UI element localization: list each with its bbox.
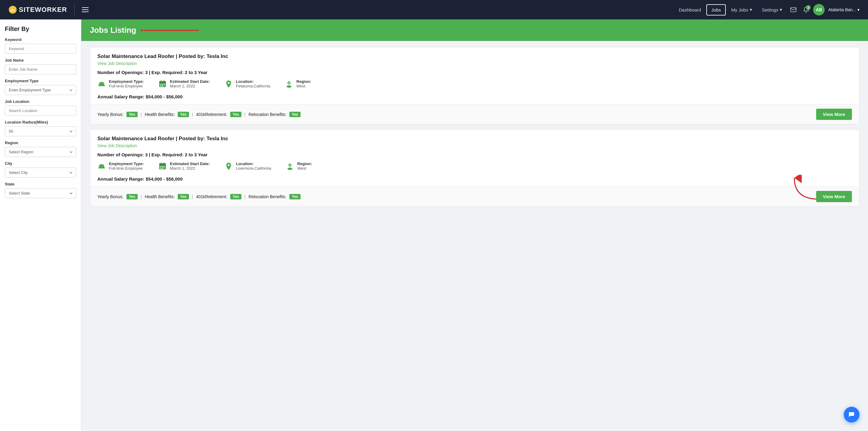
region-value-2: West [297, 166, 312, 171]
page-title: Jobs Listing [90, 26, 136, 35]
start-date-label-2: Estimated Start Date: [170, 162, 210, 166]
state-label: State [5, 182, 76, 186]
employment-type-label: Employment Type: [109, 79, 144, 84]
start-date-label: Estimated Start Date: [170, 79, 210, 84]
relocation-label-2: Relocation Benefits: [248, 194, 286, 199]
svg-rect-13 [162, 86, 163, 86]
job-title: Solar Maintenance Lead Roofer | Posted b… [97, 53, 852, 59]
view-job-description-link-2[interactable]: View Job Description [97, 143, 137, 148]
retirement-badge-2: Yes [230, 194, 241, 199]
location-pin-icon-2 [224, 162, 233, 172]
jobs-list: Solar Maintenance Lead Roofer | Posted b… [81, 41, 868, 213]
main-content: Jobs Listing Solar Maintenance Lead Roof… [81, 20, 868, 431]
nav-links: Dashboard Jobs My Jobs ▾ Settings ▾ 3 AB… [675, 4, 860, 16]
job-details-grid-2: Employment Type: Full-time Employee [97, 162, 852, 172]
job-location-input[interactable] [5, 106, 76, 116]
mail-icon-btn[interactable] [787, 4, 799, 16]
location-radius-select[interactable]: 50 [5, 126, 76, 136]
job-card: Solar Maintenance Lead Roofer | Posted b… [90, 47, 860, 124]
city-select[interactable]: Select City [5, 168, 76, 177]
employment-type-detail: Employment Type: Full-time Employee [97, 79, 144, 89]
mail-icon [790, 7, 797, 12]
retirement-label: 401kRetirement: [196, 112, 227, 117]
user-name-display[interactable]: Atalanta Ban... ▾ [828, 7, 860, 12]
region-label: Region [5, 141, 76, 145]
health-benefits-badge-2: Yes [178, 194, 189, 199]
svg-rect-8 [163, 80, 164, 82]
svg-rect-22 [163, 163, 164, 164]
chat-fab-button[interactable] [844, 407, 860, 423]
employment-type-detail-2: Employment Type: Full-time Employee [97, 162, 144, 171]
keyword-label: Keyword [5, 37, 76, 42]
job-details-grid: Employment Type: Full-time Employee [97, 79, 852, 90]
svg-point-31 [289, 165, 290, 166]
svg-rect-25 [164, 166, 165, 167]
nav-settings[interactable]: Settings ▾ [757, 5, 786, 15]
region-icon-2 [286, 162, 294, 171]
nav-jobs[interactable]: Jobs [706, 4, 726, 16]
retirement-label-2: 401kRetirement: [196, 194, 227, 199]
svg-rect-1 [790, 7, 796, 12]
svg-rect-4 [98, 85, 105, 86]
brand-name: SITEWORKER [19, 6, 67, 13]
region-select[interactable]: Select Region [5, 147, 76, 157]
svg-point-17 [288, 82, 290, 84]
location-radius-label: Location Radius(Miles) [5, 120, 76, 124]
yearly-bonus-label: Yearly Bonus: [97, 112, 123, 117]
svg-rect-24 [162, 166, 163, 167]
start-date-detail-2: Estimated Start Date: March 1, 2022 [158, 162, 210, 171]
job-location-label: Job Location [5, 99, 76, 104]
svg-rect-20 [159, 163, 166, 165]
svg-rect-21 [161, 163, 162, 164]
benefits-row: Yearly Bonus: Yes | Health Benefits: Yes… [97, 112, 301, 117]
svg-rect-26 [160, 168, 161, 169]
relocation-badge: Yes [289, 112, 301, 117]
location-pin-icon [224, 80, 233, 90]
svg-rect-11 [164, 84, 165, 85]
job-card-bottom-2: Yearly Bonus: Yes | Health Benefits: Yes… [90, 186, 859, 206]
region-detail: Region: West [285, 79, 311, 89]
employment-type-label-2: Employment Type: [109, 162, 144, 166]
svg-rect-7 [161, 80, 162, 82]
view-more-button[interactable]: View More [816, 109, 852, 120]
keyword-input[interactable] [5, 44, 76, 54]
relocation-badge-2: Yes [289, 194, 301, 199]
yearly-bonus-badge: Yes [126, 112, 138, 117]
start-date-value: March 1, 2022 [170, 84, 210, 88]
view-more-button-2[interactable]: View More [816, 191, 852, 202]
svg-rect-23 [160, 166, 161, 167]
city-label: City [5, 161, 76, 166]
svg-rect-10 [162, 84, 163, 85]
salary-range: Annual Salary Range: $54,000 - $56,000 [97, 94, 852, 99]
navbar: SITEWORKER Dashboard Jobs My Jobs ▾ Sett… [0, 0, 868, 20]
job-title-2: Solar Maintenance Lead Roofer | Posted b… [97, 136, 852, 142]
hamburger-menu[interactable] [82, 7, 89, 12]
svg-rect-6 [159, 81, 166, 83]
region-label: Region: [296, 79, 311, 84]
location-detail: Location: Petaluma,California [224, 79, 270, 90]
salary-range-2: Annual Salary Range: $54,000 - $56,000 [97, 176, 852, 181]
health-benefits-label-2: Health Benefits: [145, 194, 175, 199]
employment-type-select[interactable]: Enter Employment Type [5, 85, 76, 95]
job-name-input[interactable] [5, 64, 76, 74]
user-avatar[interactable]: AB [813, 4, 825, 16]
benefits-row-2: Yearly Bonus: Yes | Health Benefits: Yes… [97, 194, 301, 199]
location-label: Location: [236, 79, 270, 84]
retirement-badge: Yes [230, 112, 241, 117]
svg-rect-27 [162, 168, 163, 169]
chat-icon [848, 411, 855, 418]
location-detail-2: Location: Livermore,California [224, 162, 271, 172]
nav-my-jobs[interactable]: My Jobs ▾ [727, 5, 756, 15]
employment-type-value: Full-time Employee [109, 84, 144, 88]
page-header: Jobs Listing [81, 20, 868, 41]
job-name-label: Job Name [5, 58, 76, 62]
notification-icon-btn[interactable]: 3 [800, 4, 812, 16]
nav-dashboard[interactable]: Dashboard [675, 5, 705, 15]
hard-hat-icon-2 [97, 162, 106, 171]
job-card: Solar Maintenance Lead Roofer | Posted b… [90, 129, 860, 207]
start-date-value-2: March 1, 2022 [170, 166, 210, 171]
view-job-description-link[interactable]: View Job Description [97, 61, 137, 66]
svg-point-16 [287, 85, 291, 88]
brand-logo-icon [8, 5, 17, 14]
state-select[interactable]: Select State [5, 188, 76, 198]
